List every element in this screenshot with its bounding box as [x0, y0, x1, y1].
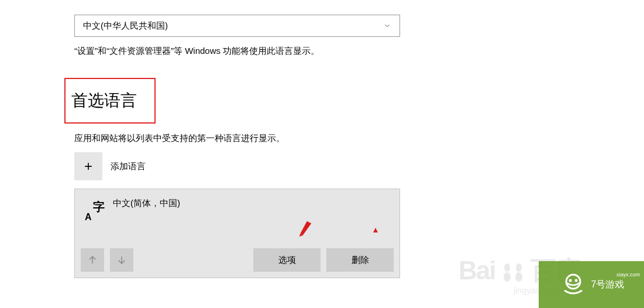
preferred-languages-description: 应用和网站将以列表中受支持的第一种语言进行显示。 [74, 132, 644, 144]
svg-point-10 [569, 279, 571, 282]
display-language-dropdown[interactable]: 中文(中华人民共和国) [74, 15, 400, 37]
language-item-actions: 选项 删除 [81, 248, 394, 272]
svg-point-11 [574, 279, 577, 282]
move-down-button[interactable] [110, 248, 133, 272]
highlighted-heading-box: 首选语言 [64, 78, 156, 124]
add-language-button[interactable]: + 添加语言 [74, 152, 146, 180]
display-language-helper: “设置”和“文件资源管理器”等 Windows 功能将使用此语言显示。 [74, 45, 644, 57]
arrow-down-icon [116, 255, 127, 265]
add-language-label: 添加语言 [111, 161, 146, 172]
plus-icon-box: + [74, 152, 102, 180]
plus-icon: + [84, 158, 92, 174]
remove-button[interactable]: 删除 [326, 248, 394, 272]
language-action-buttons: 选项 删除 [253, 248, 394, 272]
language-item-header: 字 A 中文(简体，中国) [81, 198, 394, 223]
language-item-card[interactable]: 字 A 中文(简体，中国) [74, 189, 400, 278]
display-language-value: 中文(中华人民共和国) [83, 20, 168, 32]
preferred-languages-heading: 首选语言 [71, 90, 137, 112]
chevron-down-icon [383, 22, 391, 30]
options-button[interactable]: 选项 [253, 248, 321, 272]
language-item-name: 中文(简体，中国) [113, 198, 180, 209]
move-up-button[interactable] [81, 248, 104, 272]
arrow-up-icon [87, 255, 98, 265]
settings-content: 中文(中华人民共和国) “设置”和“文件资源管理器”等 Windows 功能将使… [0, 0, 644, 278]
reorder-buttons [81, 248, 133, 272]
language-glyph-icon: 字 A [82, 198, 107, 223]
